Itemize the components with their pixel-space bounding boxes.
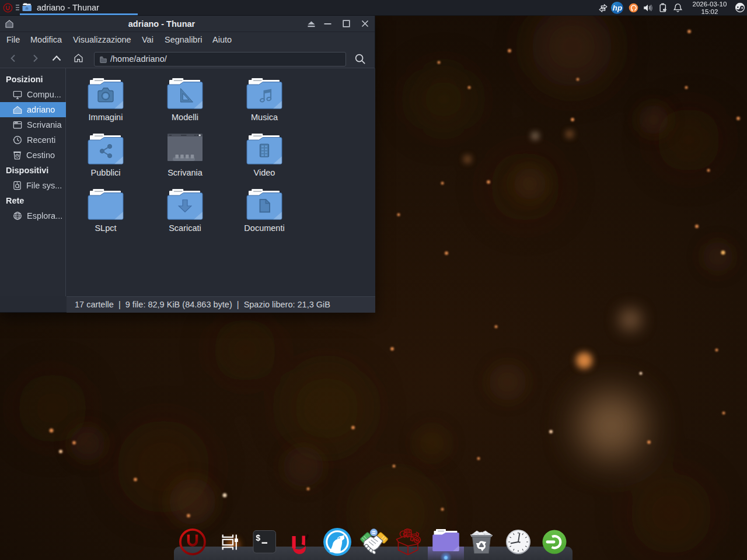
svg-text:$: $ — [256, 534, 260, 543]
svg-text:hp: hp — [613, 4, 622, 12]
